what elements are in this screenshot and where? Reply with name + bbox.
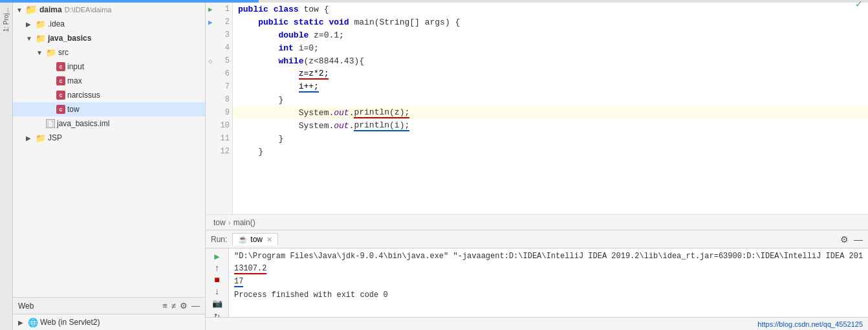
editor-panel: ▶ 1 ▶ 2 3 4 ◇ 5 6 7 8 9 [206,3,868,330]
code-line-5: while(z<8844.43){ [233,54,868,67]
label-narcissus: narcissus [67,91,100,100]
run-play-button[interactable]: ▶ [210,251,225,262]
run-stop-button[interactable]: ■ [210,275,225,285]
code-line-12: } [233,145,868,158]
folder-icon-daima: 📁 [25,4,38,16]
code-line-2: public static void main(String[] args) { [233,16,868,28]
arrow-java-basics: ▼ [26,35,34,42]
tree-item-jsp[interactable]: ▶ 📁 JSP [13,131,205,145]
editor-content: ▶ 1 ▶ 2 3 4 ◇ 5 6 7 8 9 [206,3,868,214]
label-daima: daima [39,5,62,14]
web-toolbar-minus[interactable]: — [191,301,200,311]
java-icon-tow: c [56,105,65,114]
run-body: ▶ ↑ ■ ↓ 📷 ↻ ⎋ ☰ "D:\Program Files\Java\j… [206,248,868,317]
tree-item-input[interactable]: c input [13,60,205,74]
run-tab[interactable]: ☕ tow ✕ [232,233,278,245]
breadcrumb-method: main() [233,218,255,227]
web-toolbar: Web ≡ ≠ ⚙ — [13,298,205,314]
code-line-11: } [233,132,868,145]
run-redo-button[interactable]: ↻ [210,310,225,317]
run-sidebar-buttons: ▶ ↑ ■ ↓ 📷 ↻ ⎋ ☰ [206,248,229,317]
arrow-src: ▼ [36,49,44,56]
run-minus-icon[interactable]: — [854,234,863,245]
output-line-val2: 17 [234,276,863,289]
run-tab-close[interactable]: ✕ [266,236,272,244]
linenum-3: 3 [225,30,230,39]
label-iml: java_basics.iml [57,119,109,128]
linenum-8: 8 [225,95,230,104]
line-numbers: ▶ 1 ▶ 2 3 4 ◇ 5 6 7 8 9 [206,3,233,214]
code-line-7: i++; [233,80,868,93]
linenum-4: 4 [225,43,230,52]
breadcrumb-bar: tow › main() [206,214,868,230]
folder-icon-web: 🌐 [28,318,38,327]
folder-icon-idea: 📁 [36,19,46,29]
tree-item-src[interactable]: ▼ 📁 src [13,45,205,60]
code-line-6: z=z*2; [233,67,868,80]
tree-item-max[interactable]: c max [13,74,205,88]
tree-item-iml[interactable]: 📄 java_basics.iml [13,116,205,131]
run-up-button[interactable]: ↑ [210,263,225,274]
output-text-cmd: "D:\Program Files\Java\jdk-9.0.4\bin\jav… [234,252,863,261]
tree-item-web[interactable]: ▶ 🌐 Web (in Servlet2) [13,314,205,330]
folder-icon-java-basics: 📁 [36,34,46,43]
run-tab-label: tow [250,235,263,244]
output-text-val2: 17 [234,277,243,287]
run-gear-icon[interactable]: ⚙ [840,234,849,245]
run-panel: Run: ☕ tow ✕ ⚙ — ▶ ↑ [206,230,868,330]
run-output[interactable]: "D:\Program Files\Java\jdk-9.0.4\bin\jav… [229,248,868,317]
code-line-3: double z=0.1; [233,28,868,41]
label-tow: tow [67,105,80,114]
tree-item-idea[interactable]: ▶ 📁 .idea [13,17,205,31]
output-line-cmd: "D:\Program Files\Java\jdk-9.0.4\bin\jav… [234,250,863,263]
run-header: Run: ☕ tow ✕ ⚙ — [206,230,868,248]
line-arrow-1: ▶ [208,5,213,14]
top-progress-bar: ✓ [0,0,868,3]
code-line-8: } [233,93,868,106]
breadcrumb-separator: › [228,218,231,227]
label-idea: .idea [48,19,65,28]
linenum-1: 1 [225,5,230,14]
label-web: Web (in Servlet2) [40,318,100,327]
label-max: max [67,76,82,85]
project-tab[interactable]: 1: Proj... [1,3,11,37]
arrow-daima: ▼ [16,6,23,14]
linenum-9: 9 [225,108,230,117]
project-tree-panel: ▼ 📁 daima D:\IDEA\daima ▶ 📁 .idea ▼ 📁 ja… [13,3,206,330]
linenum-11: 11 [221,134,230,143]
output-text-val1: 13107.2 [234,264,266,274]
tree-item-java-basics[interactable]: ▼ 📁 java_basics [13,31,205,45]
tree-item-narcissus[interactable]: c narcissus [13,88,205,102]
web-toolbar-btn2[interactable]: ≠ [171,301,176,311]
project-tree: ▼ 📁 daima D:\IDEA\daima ▶ 📁 .idea ▼ 📁 ja… [13,3,205,297]
web-toolbar-gear[interactable]: ⚙ [180,301,188,311]
arrow-jsp: ▶ [26,135,34,142]
label-src: src [58,48,69,57]
code-line-10: System.out.println(i); [233,119,868,132]
status-bar: https://blog.csdn.net/qq_4552125 [206,317,868,330]
java-icon-max: c [56,76,65,85]
label-java-basics: java_basics [48,34,91,43]
arrow-idea: ▶ [26,21,34,28]
left-tab-strip: 1: Proj... [0,3,13,330]
line-arrow-2: ▶ [208,18,213,27]
tree-item-tow[interactable]: c tow [13,102,205,116]
iml-icon: 📄 [46,119,55,128]
output-line-val1: 13107.2 [234,263,863,276]
run-tab-icon: ☕ [238,235,248,244]
web-label: Web [18,302,160,311]
code-line-4: int i=0; [233,41,868,54]
linenum-12: 12 [221,147,230,156]
label-input: input [67,62,84,71]
output-text-exit: Process finished with exit code 0 [234,291,388,300]
web-toolbar-btn1[interactable]: ≡ [162,301,168,311]
code-display[interactable]: public class tow { public static void ma… [233,3,868,214]
tree-item-daima[interactable]: ▼ 📁 daima D:\IDEA\daima [13,3,205,17]
linenum-5: 5 [225,56,230,65]
linenum-7: 7 [225,82,230,91]
run-down-button[interactable]: ↓ [210,287,225,297]
java-icon-narcissus: c [56,91,65,100]
code-line-9: System.out.println(z); [233,106,868,119]
path-daima: D:\IDEA\daima [65,6,112,14]
run-camera-button[interactable]: 📷 [210,298,225,309]
